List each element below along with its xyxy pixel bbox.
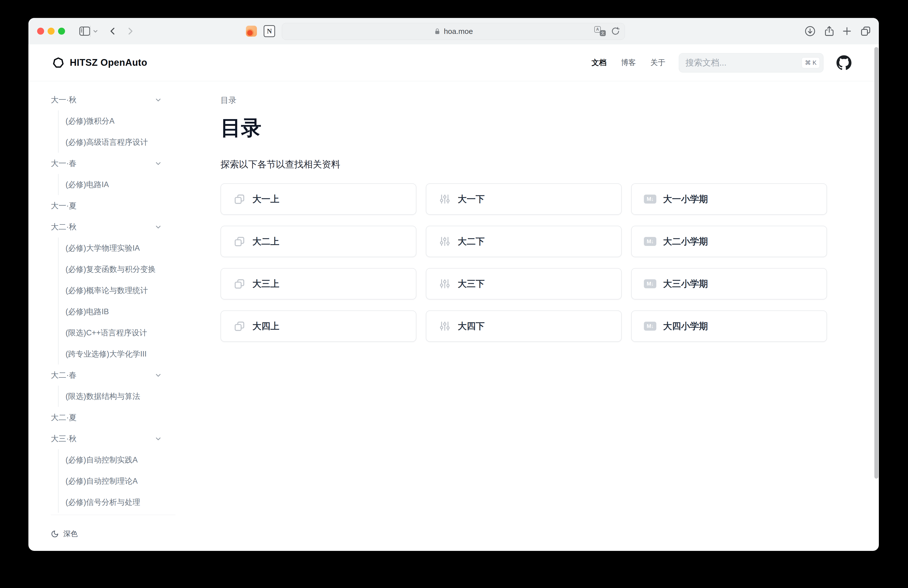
- extension-icon-notion[interactable]: N: [264, 18, 275, 44]
- semester-card[interactable]: M↓大三小学期: [631, 268, 827, 300]
- semester-card-label: 大四上: [253, 320, 279, 332]
- semester-card[interactable]: 大三下: [426, 268, 622, 300]
- semester-card[interactable]: 大三上: [221, 268, 416, 300]
- page-title: 目录: [221, 117, 858, 139]
- sidebar-section-label: 大二·秋: [51, 222, 77, 232]
- semester-card[interactable]: 大二下: [426, 226, 622, 257]
- reload-icon[interactable]: [611, 26, 620, 36]
- semester-card-label: 大三下: [458, 278, 485, 290]
- semester-card[interactable]: 大四上: [221, 311, 416, 342]
- sidebar-item[interactable]: (必修)概率论与数理统计: [66, 280, 175, 301]
- sliders-icon: [438, 236, 451, 247]
- markdown-icon: M↓: [644, 195, 657, 203]
- nav-item[interactable]: 文档: [592, 58, 607, 68]
- close-window-button[interactable]: [37, 27, 44, 35]
- breadcrumb: 目录: [221, 96, 858, 104]
- back-button[interactable]: [108, 18, 118, 44]
- extension-icon-orange[interactable]: [246, 18, 257, 44]
- chevron-down-icon: [154, 223, 163, 231]
- semester-card[interactable]: 大一下: [426, 184, 622, 215]
- sidebar-section-children: (必修)电路IA: [58, 174, 175, 195]
- theme-toggle[interactable]: 深色: [51, 523, 175, 545]
- sidebar-section[interactable]: 大三·秋: [51, 428, 175, 449]
- sidebar-section-children: (必修)微积分A(必修)高级语言程序设计: [58, 110, 175, 153]
- sidebar-section-label: 大一·夏: [51, 201, 77, 211]
- search-placeholder: 搜索文档...: [686, 57, 802, 69]
- sidebar-section-children: (限选)数据结构与算法: [58, 386, 175, 407]
- semester-card[interactable]: M↓大一小学期: [631, 184, 827, 215]
- sidebar-item[interactable]: (必修)电路IA: [66, 174, 175, 195]
- sidebar-item[interactable]: (限选)C++语言程序设计: [66, 322, 175, 343]
- sidebar-section[interactable]: 大二·夏: [51, 407, 175, 428]
- sidebar-section[interactable]: 大一·秋: [51, 89, 175, 110]
- openauto-logo-icon: [52, 57, 64, 69]
- browser-toolbar: N hoa.moe A 文: [28, 18, 879, 45]
- sidebar-section-children: (必修)自动控制实践A(必修)自动控制理论A(必修)信号分析与处理: [58, 449, 175, 513]
- minimize-window-button[interactable]: [48, 27, 55, 35]
- semester-card[interactable]: M↓大四小学期: [631, 311, 827, 342]
- sidebar-item[interactable]: (必修)高级语言程序设计: [66, 132, 175, 153]
- sidebar-item[interactable]: (必修)电路IB: [66, 301, 175, 322]
- search-shortcut-kbd: ⌘ K: [802, 57, 820, 68]
- sidebar-toggle-icon[interactable]: [79, 18, 90, 44]
- search-input[interactable]: 搜索文档... ⌘ K: [679, 53, 824, 72]
- address-bar[interactable]: hoa.moe A 文: [282, 23, 625, 40]
- github-icon[interactable]: [837, 55, 852, 70]
- chevron-down-icon: [154, 371, 163, 379]
- forward-button[interactable]: [125, 18, 135, 44]
- sidebar-section-label: 大三·秋: [51, 433, 77, 444]
- translate-icon[interactable]: A 文: [594, 26, 606, 36]
- semester-card-label: 大一小学期: [663, 193, 708, 205]
- sidebar-item[interactable]: (必修)自动控制理论A: [66, 470, 175, 491]
- semester-card-label: 大二上: [253, 235, 279, 248]
- sidebar-item[interactable]: (必修)信号分析与处理: [66, 491, 175, 513]
- copy-icon: [233, 321, 246, 332]
- toolbar-separator: [90, 26, 90, 37]
- theme-toggle-label: 深色: [63, 529, 78, 539]
- sliders-icon: [438, 321, 451, 332]
- sidebar-nav: 大一·秋(必修)微积分A(必修)高级语言程序设计大一·春(必修)电路IA大一·夏…: [51, 89, 175, 513]
- header-nav: 文档博客关于: [592, 58, 665, 68]
- semester-card[interactable]: M↓大二小学期: [631, 226, 827, 257]
- chevron-down-icon: [154, 159, 163, 168]
- chevron-down-icon: [154, 96, 163, 104]
- sidebar-section[interactable]: 大一·春: [51, 153, 175, 174]
- nav-item[interactable]: 博客: [621, 58, 636, 68]
- sidebar-section[interactable]: 大二·秋: [51, 216, 175, 237]
- semester-card[interactable]: 大一上: [221, 184, 416, 215]
- zoom-window-button[interactable]: [58, 27, 65, 35]
- moon-icon: [51, 530, 59, 538]
- markdown-icon: M↓: [644, 322, 657, 330]
- copy-icon: [233, 236, 246, 247]
- semester-card[interactable]: 大二上: [221, 226, 416, 257]
- sidebar-section[interactable]: 大二·春: [51, 364, 175, 386]
- semester-card[interactable]: 大四下: [426, 311, 622, 342]
- nav-item[interactable]: 关于: [650, 58, 665, 68]
- semester-card-label: 大一下: [458, 193, 485, 205]
- tab-group-chevron-icon[interactable]: [92, 18, 100, 44]
- brand-name: HITSZ OpenAuto: [70, 57, 147, 68]
- sidebar-section[interactable]: 大一·夏: [51, 195, 175, 216]
- sidebar-item[interactable]: (限选)数据结构与算法: [66, 386, 175, 407]
- semester-card-label: 大二下: [458, 235, 485, 248]
- sidebar-section-label: 大一·秋: [51, 95, 77, 105]
- sidebar-item[interactable]: (必修)自动控制实践A: [66, 449, 175, 470]
- sidebar-item[interactable]: (必修)微积分A: [66, 110, 175, 132]
- sidebar-item[interactable]: (必修)大学物理实验IA: [66, 237, 175, 259]
- copy-icon: [233, 278, 246, 290]
- sidebar-item[interactable]: (跨专业选修)大学化学III: [66, 343, 175, 364]
- lock-icon: [434, 27, 441, 35]
- page-scrollbar[interactable]: [874, 47, 878, 478]
- semester-card-label: 大三小学期: [663, 278, 708, 290]
- share-icon[interactable]: [823, 18, 835, 44]
- new-tab-icon[interactable]: [841, 18, 853, 44]
- downloads-icon[interactable]: [804, 18, 816, 44]
- semester-card-label: 大四小学期: [663, 320, 708, 332]
- sidebar-item[interactable]: (必修)复变函数与积分变换: [66, 259, 175, 280]
- brand[interactable]: HITSZ OpenAuto: [52, 57, 147, 69]
- chevron-down-icon: [154, 435, 163, 443]
- markdown-icon: M↓: [644, 279, 657, 288]
- semester-card-label: 大一上: [253, 193, 279, 205]
- tab-overview-icon[interactable]: [860, 18, 872, 44]
- copy-icon: [233, 193, 246, 205]
